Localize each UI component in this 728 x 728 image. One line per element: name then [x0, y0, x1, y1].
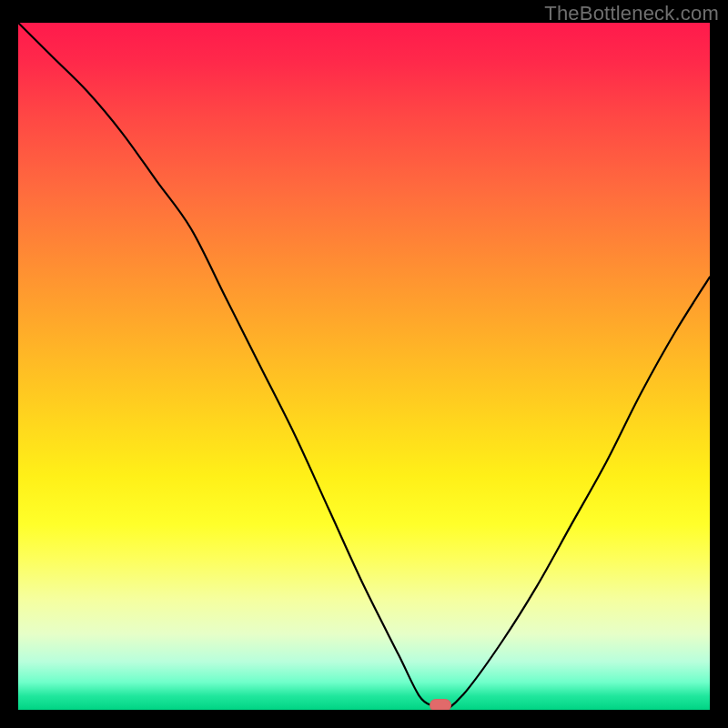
chart-frame: TheBottleneck.com — [0, 0, 728, 728]
watermark-text: TheBottleneck.com — [544, 2, 719, 25]
plot-area — [18, 23, 710, 710]
optimum-marker — [430, 699, 451, 710]
bottleneck-curve — [18, 23, 710, 710]
